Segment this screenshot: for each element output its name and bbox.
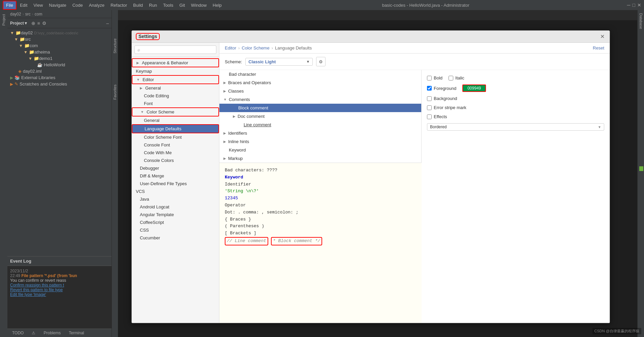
menu-run[interactable]: Run <box>146 1 160 9</box>
nav-android-logcat[interactable]: Android Logcat <box>132 203 219 211</box>
cl-doc-label: Doc comment <box>238 114 265 119</box>
italic-label: Italic <box>455 75 464 80</box>
tree-helloworld[interactable]: ☕ HelloWorld <box>7 62 112 68</box>
nav-user-defined[interactable]: User-Defined File Types <box>132 180 219 188</box>
event-link-2[interactable]: Revert this pattern to file type <box>10 288 109 292</box>
cl-keyword-label: Keyword <box>229 147 246 153</box>
project-tab[interactable]: Project <box>1 13 6 27</box>
window-maximize[interactable]: □ <box>633 2 635 8</box>
preview-area: Bad characters: ???? Keyword Identifier … <box>219 163 422 323</box>
structure-tab[interactable]: Structure <box>112 37 118 55</box>
problems-label[interactable]: Problems <box>41 330 63 336</box>
nav-angular[interactable]: Angular Template <box>132 211 219 218</box>
nav-font[interactable]: Font <box>132 100 219 107</box>
tree-scratches[interactable]: ▶ ✎ Scratches and Consoles <box>7 81 112 87</box>
database-tab[interactable]: Database <box>638 12 644 30</box>
background-checkbox[interactable] <box>427 96 432 101</box>
menu-help[interactable]: Help <box>210 1 224 9</box>
tree-day02[interactable]: ▼ 📁 day02 D:\vyy_code\basic-codes\c <box>7 30 112 36</box>
project-gear-btn[interactable]: ⚙ <box>42 21 47 26</box>
window-close[interactable]: ✕ <box>637 2 641 8</box>
effects-dropdown[interactable]: Bordered ▼ <box>427 123 604 131</box>
cl-markup[interactable]: ▶ Markup <box>219 154 421 163</box>
cl-comments[interactable]: ▼ Comments <box>219 95 421 104</box>
nav-language-defaults[interactable]: Language Defaults <box>132 124 219 133</box>
cl-identifiers[interactable]: ▶ Identifiers <box>219 129 421 137</box>
terminal-tab[interactable]: Terminal <box>67 330 86 336</box>
dialog-close-button[interactable]: ✕ <box>599 33 606 40</box>
menu-navigate[interactable]: Navigate <box>46 1 69 9</box>
nav-console-colors[interactable]: Console Colors <box>132 157 219 164</box>
bc-day02[interactable]: day02 <box>10 12 21 16</box>
foreground-checkbox[interactable] <box>427 86 432 91</box>
cl-inline-hints[interactable]: ▶ Inline hints <box>219 137 421 146</box>
nav-cucumber[interactable]: Cucumber <box>132 234 219 242</box>
nav-code-with-me[interactable]: Code With Me <box>132 149 219 157</box>
bc-color-scheme[interactable]: Color Scheme <box>242 45 269 50</box>
bc-editor[interactable]: Editor <box>225 45 236 50</box>
menu-build[interactable]: Build <box>130 1 146 9</box>
menu-file[interactable]: File <box>3 1 17 10</box>
error-stripe-checkbox[interactable] <box>427 105 432 110</box>
nav-editor[interactable]: ▼ Editor <box>132 75 219 84</box>
effects-label: Effects <box>434 114 447 119</box>
cl-braces-ops[interactable]: ▶ Braces and Operators <box>219 78 421 87</box>
nav-keymap[interactable]: Keymap <box>132 67 219 75</box>
bc-src[interactable]: src <box>25 12 31 16</box>
nav-color-scheme[interactable]: ▼ Color Scheme <box>132 107 219 116</box>
scheme-gear-button[interactable]: ⚙ <box>316 57 326 66</box>
scheme-dropdown-arrow: ▼ <box>306 60 310 64</box>
bc-com[interactable]: com <box>35 12 42 16</box>
tree-iml[interactable]: ◈ day02.iml <box>7 68 112 74</box>
favorites-tab[interactable]: Favorites <box>112 83 118 101</box>
tree-src[interactable]: ▼ 📁 src <box>7 36 112 42</box>
menu-tools[interactable]: Tools <box>160 1 176 9</box>
nav-appearance[interactable]: ▶ Appearance & Behavior <box>132 58 219 67</box>
nav-diff-merge[interactable]: Diff & Merge <box>132 172 219 180</box>
cl-line-comment[interactable]: Line comment <box>219 121 421 129</box>
bold-checkbox[interactable] <box>427 76 432 80</box>
settings-search-input[interactable] <box>134 45 216 54</box>
effects-checkbox[interactable] <box>427 114 432 119</box>
nav-code-editing[interactable]: Code Editing <box>132 92 219 100</box>
project-sort-btn[interactable]: ≡ <box>37 21 40 26</box>
tree-ext-libs[interactable]: ▶ 📚 External Libraries <box>7 74 112 81</box>
nav-vcs[interactable]: VCS <box>132 188 219 195</box>
menu-window[interactable]: Window <box>188 1 209 9</box>
todo-tab[interactable]: TODO <box>10 330 26 336</box>
menu-git[interactable]: Git <box>177 1 188 9</box>
cl-bad-char[interactable]: Bad character <box>219 70 421 78</box>
menu-refactor[interactable]: Refactor <box>108 1 130 9</box>
foreground-color-value[interactable]: 009949 <box>462 85 486 92</box>
nav-coffeescript[interactable]: CoffeeScript <box>132 218 219 226</box>
content-split: Bad character ▶ Braces and Operators <box>219 70 610 323</box>
project-scope-btn[interactable]: ⊕ <box>31 21 35 26</box>
event-link-3[interactable]: Edit file type 'Image' <box>10 292 109 297</box>
cl-block-comment[interactable]: Block comment <box>219 104 421 112</box>
tree-demo1[interactable]: ▼ 📁 demo1 <box>7 55 112 62</box>
cl-doc-comment[interactable]: ▶ Doc comment <box>219 112 421 121</box>
window-minimize[interactable]: ─ <box>627 2 631 8</box>
scheme-select[interactable]: Classic Light ▼ <box>245 58 313 66</box>
tree-atheima[interactable]: ▼ 📁 atheima <box>7 49 112 55</box>
cl-classes[interactable]: ▶ Classes <box>219 87 421 95</box>
tree-com[interactable]: ▼ 📁 com <box>7 42 112 49</box>
nav-java[interactable]: Java <box>132 195 219 203</box>
menu-analyze[interactable]: Analyze <box>86 1 107 9</box>
nav-debugger[interactable]: Debugger <box>132 164 219 172</box>
cl-keyword[interactable]: Keyword <box>219 146 421 154</box>
nav-general[interactable]: ▶ General <box>132 84 219 92</box>
menu-code[interactable]: Code <box>70 1 86 9</box>
cl-block-comment-label: Block comment <box>238 105 268 110</box>
menu-edit[interactable]: Edit <box>17 1 30 9</box>
reset-button[interactable]: Reset <box>593 45 604 50</box>
menu-view[interactable]: View <box>31 1 45 9</box>
nav-color-scheme-font[interactable]: Color Scheme Font <box>132 133 219 141</box>
italic-checkbox[interactable] <box>449 76 453 80</box>
nav-cs-general[interactable]: General <box>132 116 219 124</box>
event-link-1[interactable]: Confirm reassign this pattern t <box>10 283 109 288</box>
nav-css[interactable]: CSS <box>132 226 219 234</box>
problems-tab[interactable]: ⚠ <box>30 330 37 336</box>
project-collapse-btn[interactable]: – <box>106 21 109 26</box>
nav-console-font[interactable]: Console Font <box>132 141 219 149</box>
